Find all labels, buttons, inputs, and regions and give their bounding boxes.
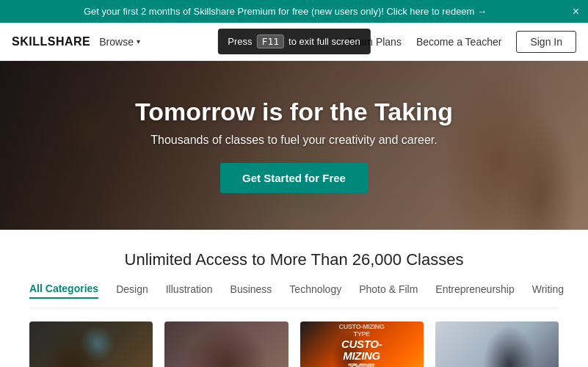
category-item-illustration[interactable]: Illustration bbox=[166, 283, 213, 298]
fullscreen-hint-text: Press bbox=[228, 36, 252, 47]
category-item-photo--film[interactable]: Photo & Film bbox=[359, 283, 418, 298]
category-item-design[interactable]: Design bbox=[116, 283, 148, 298]
card3-line4: TYPE bbox=[349, 363, 374, 368]
card3-text-overlay: CUSTO-MIZING TYPE CUSTO-MIZING TYPE CUST… bbox=[300, 321, 424, 367]
f11-key-badge: F11 bbox=[257, 34, 284, 48]
promo-close-button[interactable]: × bbox=[573, 5, 579, 18]
category-item-entrepreneurship[interactable]: Entrepreneurship bbox=[435, 283, 514, 298]
course-card-4[interactable]: 1/125 f5.6 500 bbox=[435, 321, 559, 367]
promo-banner: Get your first 2 months of Skillshare Pr… bbox=[0, 0, 588, 23]
hero-subtitle: Thousands of classes to fuel your creati… bbox=[135, 134, 453, 147]
hero-section: Tomorrow is for the Taking Thousands of … bbox=[0, 61, 588, 230]
course-cards: CUSTO-MIZING TYPE CUSTO-MIZING TYPE CUST… bbox=[29, 321, 559, 367]
hero-title: Tomorrow is for the Taking bbox=[135, 98, 453, 126]
categories-nav: All CategoriesDesignIllustrationBusiness… bbox=[29, 283, 559, 308]
signin-button[interactable]: Sign In bbox=[516, 31, 576, 53]
browse-label: Browse bbox=[99, 36, 134, 48]
skillshare-logo: SKILLSHARE bbox=[12, 35, 90, 48]
get-started-button[interactable]: Get Started for Free bbox=[220, 163, 368, 193]
classes-heading: Unlimited Access to More Than 26,000 Cla… bbox=[29, 250, 559, 269]
category-item-technology[interactable]: Technology bbox=[289, 283, 341, 298]
browse-button[interactable]: Browse ▾ bbox=[99, 36, 140, 48]
category-item-business[interactable]: Business bbox=[231, 283, 272, 298]
category-item-writing[interactable]: Writing bbox=[532, 283, 564, 298]
card3-line2: TYPE bbox=[353, 331, 369, 338]
course-card-3[interactable]: CUSTO-MIZING TYPE CUSTO-MIZING TYPE CUST… bbox=[300, 321, 424, 367]
card3-line3: CUSTO-MIZING bbox=[341, 338, 382, 363]
fullscreen-tooltip: Press F11 to exit full screen bbox=[217, 29, 370, 54]
become-teacher-link[interactable]: Become a Teacher bbox=[416, 36, 501, 48]
nav-right: Team Plans Become a Teacher Sign In bbox=[348, 31, 576, 53]
hero-content: Tomorrow is for the Taking Thousands of … bbox=[120, 83, 468, 208]
course-card-2[interactable] bbox=[164, 321, 288, 367]
course-card-1[interactable] bbox=[29, 321, 153, 367]
classes-section: Unlimited Access to More Than 26,000 Cla… bbox=[0, 230, 588, 367]
category-item-all-categories[interactable]: All Categories bbox=[29, 283, 98, 299]
navbar: SKILLSHARE Browse ▾ Press F11 to exit fu… bbox=[0, 23, 588, 61]
fullscreen-action-text: to exit full screen bbox=[288, 36, 360, 47]
promo-text[interactable]: Get your first 2 months of Skillshare Pr… bbox=[84, 6, 487, 17]
chevron-down-icon: ▾ bbox=[137, 37, 140, 46]
